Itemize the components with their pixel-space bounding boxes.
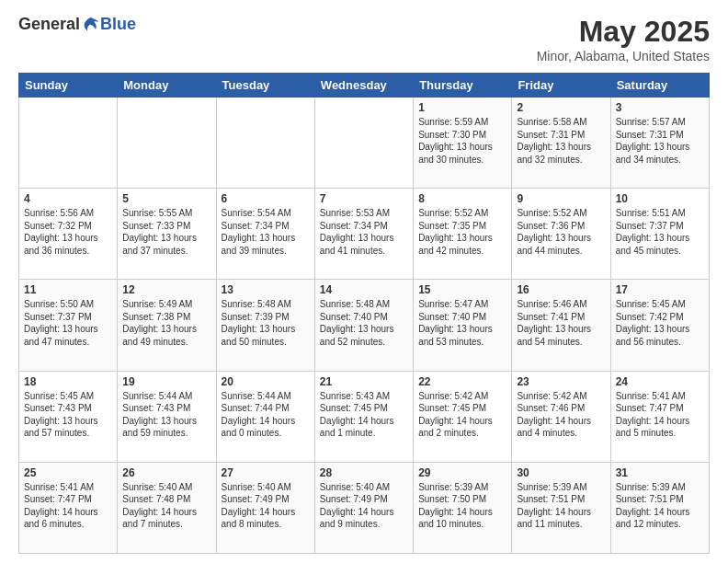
- day-info: Sunrise: 5:54 AM Sunset: 7:34 PM Dayligh…: [222, 207, 310, 257]
- day-info: Sunrise: 5:52 AM Sunset: 7:36 PM Dayligh…: [517, 207, 605, 257]
- calendar-cell: 30Sunrise: 5:39 AM Sunset: 7:51 PM Dayli…: [512, 462, 610, 553]
- day-info: Sunrise: 5:46 AM Sunset: 7:41 PM Dayligh…: [517, 298, 605, 348]
- day-number: 24: [616, 375, 704, 388]
- day-number: 28: [320, 466, 408, 479]
- logo-general-text: General: [18, 15, 80, 34]
- day-number: 7: [320, 192, 408, 205]
- calendar-cell: [314, 98, 413, 189]
- calendar-week-row: 18Sunrise: 5:45 AM Sunset: 7:43 PM Dayli…: [19, 371, 710, 462]
- day-info: Sunrise: 5:39 AM Sunset: 7:51 PM Dayligh…: [616, 481, 704, 531]
- calendar-table: SundayMondayTuesdayWednesdayThursdayFrid…: [18, 73, 710, 554]
- main-title: May 2025: [537, 15, 710, 49]
- calendar-cell: 8Sunrise: 5:52 AM Sunset: 7:35 PM Daylig…: [414, 189, 512, 280]
- calendar-week-row: 11Sunrise: 5:50 AM Sunset: 7:37 PM Dayli…: [19, 280, 710, 371]
- day-number: 17: [616, 283, 704, 296]
- day-number: 5: [122, 192, 210, 205]
- calendar-cell: 2Sunrise: 5:58 AM Sunset: 7:31 PM Daylig…: [512, 98, 610, 189]
- day-number: 13: [222, 283, 310, 296]
- calendar-cell: 5Sunrise: 5:55 AM Sunset: 7:33 PM Daylig…: [118, 189, 216, 280]
- day-number: 31: [616, 466, 704, 479]
- day-info: Sunrise: 5:45 AM Sunset: 7:42 PM Dayligh…: [616, 298, 704, 348]
- day-number: 27: [222, 466, 310, 479]
- day-number: 1: [418, 101, 506, 114]
- calendar-cell: 25Sunrise: 5:41 AM Sunset: 7:47 PM Dayli…: [19, 462, 118, 553]
- calendar-week-row: 4Sunrise: 5:56 AM Sunset: 7:32 PM Daylig…: [19, 189, 710, 280]
- calendar-cell: 19Sunrise: 5:44 AM Sunset: 7:43 PM Dayli…: [118, 371, 216, 462]
- day-number: 11: [24, 283, 112, 296]
- day-info: Sunrise: 5:59 AM Sunset: 7:30 PM Dayligh…: [418, 116, 506, 166]
- day-info: Sunrise: 5:41 AM Sunset: 7:47 PM Dayligh…: [616, 390, 704, 440]
- day-info: Sunrise: 5:39 AM Sunset: 7:50 PM Dayligh…: [418, 481, 506, 531]
- day-info: Sunrise: 5:40 AM Sunset: 7:49 PM Dayligh…: [222, 481, 310, 531]
- calendar-cell: 15Sunrise: 5:47 AM Sunset: 7:40 PM Dayli…: [414, 280, 512, 371]
- day-number: 23: [517, 375, 605, 388]
- calendar-header-monday: Monday: [118, 74, 216, 98]
- calendar-cell: [216, 98, 314, 189]
- calendar-header-sunday: Sunday: [19, 74, 118, 98]
- day-number: 10: [616, 192, 704, 205]
- calendar-cell: 26Sunrise: 5:40 AM Sunset: 7:48 PM Dayli…: [118, 462, 216, 553]
- calendar-cell: 7Sunrise: 5:53 AM Sunset: 7:34 PM Daylig…: [314, 189, 413, 280]
- calendar-header-saturday: Saturday: [610, 74, 709, 98]
- day-number: 22: [418, 375, 506, 388]
- day-info: Sunrise: 5:47 AM Sunset: 7:40 PM Dayligh…: [418, 298, 506, 348]
- day-number: 8: [418, 192, 506, 205]
- day-number: 12: [122, 283, 210, 296]
- page: General Blue May 2025 Minor, Alabama, Un…: [0, 0, 728, 563]
- day-number: 4: [24, 192, 112, 205]
- day-number: 19: [122, 375, 210, 388]
- day-info: Sunrise: 5:42 AM Sunset: 7:46 PM Dayligh…: [517, 390, 605, 440]
- calendar-header-wednesday: Wednesday: [314, 74, 413, 98]
- calendar-header-thursday: Thursday: [414, 74, 512, 98]
- calendar-cell: 6Sunrise: 5:54 AM Sunset: 7:34 PM Daylig…: [216, 189, 314, 280]
- day-number: 15: [418, 283, 506, 296]
- calendar-cell: 9Sunrise: 5:52 AM Sunset: 7:36 PM Daylig…: [512, 189, 610, 280]
- calendar-cell: [118, 98, 216, 189]
- calendar-cell: 21Sunrise: 5:43 AM Sunset: 7:45 PM Dayli…: [314, 371, 413, 462]
- day-number: 9: [517, 192, 605, 205]
- day-info: Sunrise: 5:55 AM Sunset: 7:33 PM Dayligh…: [122, 207, 210, 257]
- calendar-cell: 18Sunrise: 5:45 AM Sunset: 7:43 PM Dayli…: [19, 371, 118, 462]
- subtitle: Minor, Alabama, United States: [537, 49, 710, 63]
- day-number: 26: [122, 466, 210, 479]
- day-info: Sunrise: 5:41 AM Sunset: 7:47 PM Dayligh…: [24, 481, 112, 531]
- day-info: Sunrise: 5:44 AM Sunset: 7:44 PM Dayligh…: [222, 390, 310, 440]
- day-info: Sunrise: 5:57 AM Sunset: 7:31 PM Dayligh…: [616, 116, 704, 166]
- header: General Blue May 2025 Minor, Alabama, Un…: [18, 15, 710, 63]
- calendar-cell: 4Sunrise: 5:56 AM Sunset: 7:32 PM Daylig…: [19, 189, 118, 280]
- calendar-cell: 10Sunrise: 5:51 AM Sunset: 7:37 PM Dayli…: [610, 189, 709, 280]
- day-number: 6: [222, 192, 310, 205]
- day-info: Sunrise: 5:43 AM Sunset: 7:45 PM Dayligh…: [320, 390, 408, 440]
- day-info: Sunrise: 5:40 AM Sunset: 7:49 PM Dayligh…: [320, 481, 408, 531]
- day-info: Sunrise: 5:49 AM Sunset: 7:38 PM Dayligh…: [122, 298, 210, 348]
- calendar-cell: 14Sunrise: 5:48 AM Sunset: 7:40 PM Dayli…: [314, 280, 413, 371]
- day-info: Sunrise: 5:51 AM Sunset: 7:37 PM Dayligh…: [616, 207, 704, 257]
- calendar-week-row: 25Sunrise: 5:41 AM Sunset: 7:47 PM Dayli…: [19, 462, 710, 553]
- calendar-cell: 23Sunrise: 5:42 AM Sunset: 7:46 PM Dayli…: [512, 371, 610, 462]
- calendar-cell: 3Sunrise: 5:57 AM Sunset: 7:31 PM Daylig…: [610, 98, 709, 189]
- calendar-cell: [19, 98, 118, 189]
- calendar-cell: 11Sunrise: 5:50 AM Sunset: 7:37 PM Dayli…: [19, 280, 118, 371]
- logo-blue-text: Blue: [100, 15, 136, 34]
- day-number: 29: [418, 466, 506, 479]
- calendar-cell: 24Sunrise: 5:41 AM Sunset: 7:47 PM Dayli…: [610, 371, 709, 462]
- logo: General Blue: [18, 15, 136, 34]
- day-info: Sunrise: 5:56 AM Sunset: 7:32 PM Dayligh…: [24, 207, 112, 257]
- day-info: Sunrise: 5:48 AM Sunset: 7:40 PM Dayligh…: [320, 298, 408, 348]
- day-number: 25: [24, 466, 112, 479]
- day-info: Sunrise: 5:50 AM Sunset: 7:37 PM Dayligh…: [24, 298, 112, 348]
- day-number: 30: [517, 466, 605, 479]
- calendar-cell: 13Sunrise: 5:48 AM Sunset: 7:39 PM Dayli…: [216, 280, 314, 371]
- day-info: Sunrise: 5:53 AM Sunset: 7:34 PM Dayligh…: [320, 207, 408, 257]
- calendar-cell: 16Sunrise: 5:46 AM Sunset: 7:41 PM Dayli…: [512, 280, 610, 371]
- calendar-header-row: SundayMondayTuesdayWednesdayThursdayFrid…: [19, 74, 710, 98]
- day-info: Sunrise: 5:39 AM Sunset: 7:51 PM Dayligh…: [517, 481, 605, 531]
- calendar-cell: 28Sunrise: 5:40 AM Sunset: 7:49 PM Dayli…: [314, 462, 413, 553]
- calendar-cell: 29Sunrise: 5:39 AM Sunset: 7:50 PM Dayli…: [414, 462, 512, 553]
- day-number: 14: [320, 283, 408, 296]
- day-info: Sunrise: 5:44 AM Sunset: 7:43 PM Dayligh…: [122, 390, 210, 440]
- day-number: 21: [320, 375, 408, 388]
- day-number: 2: [517, 101, 605, 114]
- day-info: Sunrise: 5:52 AM Sunset: 7:35 PM Dayligh…: [418, 207, 506, 257]
- calendar-cell: 27Sunrise: 5:40 AM Sunset: 7:49 PM Dayli…: [216, 462, 314, 553]
